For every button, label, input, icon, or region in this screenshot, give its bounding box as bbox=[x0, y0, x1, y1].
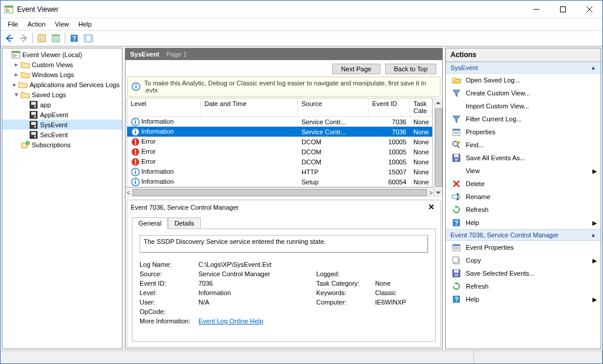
toolbar-help-button[interactable] bbox=[68, 32, 81, 45]
action-label: Import Custom View... bbox=[466, 102, 529, 110]
detail-title: Event 7036, Service Control Manager bbox=[131, 204, 238, 211]
tree-item-appevent[interactable]: AppEvent bbox=[2, 110, 122, 120]
menu-action[interactable]: Action bbox=[23, 19, 51, 29]
event-row[interactable]: InformationSetup60054None bbox=[127, 177, 432, 187]
forward-button[interactable] bbox=[17, 32, 30, 45]
tab-general[interactable]: General bbox=[132, 217, 168, 229]
action-label: View bbox=[466, 167, 480, 174]
action-create-custom-view[interactable]: Create Custom View... bbox=[446, 87, 601, 100]
col-level[interactable]: Level bbox=[127, 98, 201, 116]
val-keywords: Classic bbox=[375, 289, 441, 296]
val-taskcat: None bbox=[375, 280, 441, 287]
action-copy[interactable]: Copy▶ bbox=[446, 254, 601, 267]
grid-header: Level Date and Time Source Event ID Task… bbox=[127, 98, 432, 117]
action-rename[interactable]: Rename bbox=[446, 190, 601, 203]
menu-help[interactable]: Help bbox=[74, 19, 97, 29]
tree-item-app[interactable]: app bbox=[2, 100, 122, 110]
submenu-arrow-icon: ▶ bbox=[592, 220, 597, 226]
event-row[interactable]: InformationService Contr...7036None bbox=[127, 117, 432, 127]
error-icon bbox=[131, 157, 140, 167]
action-find[interactable]: Find... bbox=[446, 138, 601, 151]
tree-item-windows-logs[interactable]: ▸Windows Logs bbox=[2, 70, 122, 80]
actions-section-log[interactable]: SysEvent▲ bbox=[446, 62, 601, 74]
tree-label: Event Viewer (Local) bbox=[22, 51, 82, 58]
event-viewer-window: Event Viewer File Action View Help Event… bbox=[0, 0, 603, 364]
action-filter-current-log[interactable]: Filter Current Log... bbox=[446, 112, 601, 125]
action-save-selected-events[interactable]: Save Selected Events... bbox=[446, 267, 601, 280]
toolbar-sheet-button[interactable] bbox=[35, 32, 48, 45]
tree-item-saved-logs[interactable]: ▾Saved Logs bbox=[2, 90, 122, 100]
minimize-button[interactable] bbox=[523, 1, 549, 18]
event-row[interactable]: ErrorDCOM10005None bbox=[127, 157, 432, 167]
tree-item-subscriptions[interactable]: Subscriptions bbox=[2, 140, 122, 150]
tree-item-custom-views[interactable]: ▸Custom Views bbox=[2, 59, 122, 70]
action-label: Help bbox=[466, 296, 479, 303]
find-icon bbox=[452, 140, 461, 150]
refresh-icon bbox=[452, 282, 461, 291]
action-delete[interactable]: Delete bbox=[446, 177, 601, 190]
subs-icon bbox=[21, 140, 30, 150]
maximize-button[interactable] bbox=[549, 1, 576, 18]
action-help[interactable]: Help▶ bbox=[446, 216, 601, 229]
val-opcode bbox=[198, 308, 441, 315]
tree-item-sysevent[interactable]: SysEvent bbox=[2, 120, 122, 130]
action-refresh[interactable]: Refresh bbox=[446, 280, 601, 293]
error-icon bbox=[131, 147, 140, 157]
action-properties[interactable]: Properties bbox=[446, 125, 601, 138]
event-row[interactable]: InformationHTTP15007None bbox=[127, 167, 432, 177]
event-row[interactable]: ErrorDCOM10005None bbox=[127, 147, 432, 157]
tree-item-applications-and-services-logs[interactable]: ▸Applications and Services Logs bbox=[2, 80, 122, 90]
submenu-arrow-icon: ▶ bbox=[592, 168, 597, 174]
action-import-custom-view[interactable]: Import Custom View... bbox=[446, 100, 601, 112]
col-date-time[interactable]: Date and Time bbox=[201, 98, 298, 116]
action-event-properties[interactable]: Event Properties bbox=[446, 241, 601, 254]
toolbar-panes-button[interactable] bbox=[82, 32, 95, 45]
back-to-top-button[interactable]: Back to Top bbox=[385, 64, 436, 74]
tab-general-panel: The SSDP Discovery Service service enter… bbox=[132, 229, 436, 342]
action-label: Save All Events As... bbox=[466, 154, 525, 161]
action-save-all-events-as[interactable]: Save All Events As... bbox=[446, 151, 601, 164]
lbl-logname: Log Name: bbox=[140, 261, 198, 268]
action-view[interactable]: View▶ bbox=[446, 164, 601, 177]
action-open-saved-log[interactable]: Open Saved Log... bbox=[446, 74, 601, 87]
action-refresh[interactable]: Refresh bbox=[446, 203, 601, 216]
next-page-button[interactable]: Next Page bbox=[332, 64, 380, 74]
back-button[interactable] bbox=[3, 32, 16, 45]
twisty-icon[interactable]: ▸ bbox=[12, 81, 18, 88]
window-title: Event Viewer bbox=[17, 5, 523, 14]
col-source[interactable]: Source bbox=[298, 98, 369, 116]
vertical-scrollbar[interactable]: ⏶⏷ bbox=[434, 98, 442, 197]
tab-details[interactable]: Details bbox=[168, 217, 201, 229]
event-row[interactable]: ErrorDCOM10005None bbox=[127, 137, 432, 147]
menu-view[interactable]: View bbox=[50, 19, 74, 29]
help-icon bbox=[452, 218, 461, 227]
folder-icon bbox=[21, 70, 30, 80]
col-task-category[interactable]: Task Cate bbox=[410, 98, 432, 116]
actions-section-event[interactable]: Event 7036, Service Control Manager▲ bbox=[446, 229, 601, 241]
tree-label: SecEvent bbox=[40, 131, 68, 138]
tree-item-secevent[interactable]: SecEvent bbox=[2, 130, 122, 140]
detail-tabs: General Details bbox=[127, 214, 440, 229]
link-event-log-online-help[interactable]: Event Log Online Help bbox=[198, 317, 263, 325]
action-help[interactable]: Help▶ bbox=[446, 293, 601, 306]
lbl-level: Level: bbox=[140, 289, 198, 296]
filter-icon bbox=[452, 88, 461, 98]
twisty-icon[interactable]: ▸ bbox=[13, 71, 20, 78]
toolbar-sheet2-button[interactable] bbox=[49, 32, 62, 45]
info-text: To make this Analytic, Debug or Classic … bbox=[144, 80, 436, 94]
close-button[interactable] bbox=[576, 1, 602, 18]
menu-file[interactable]: File bbox=[3, 19, 23, 29]
col-event-id[interactable]: Event ID bbox=[369, 98, 410, 116]
lbl-keywords: Keywords: bbox=[316, 289, 375, 296]
detail-close-button[interactable]: ✕ bbox=[426, 203, 437, 211]
open-icon bbox=[452, 75, 461, 85]
action-label: Find... bbox=[466, 141, 484, 148]
event-row[interactable]: InformationService Contr...7036None bbox=[127, 127, 432, 137]
horizontal-scrollbar[interactable]: <> bbox=[125, 187, 434, 197]
tree-root[interactable]: Event Viewer (Local) bbox=[2, 49, 122, 59]
twisty-icon[interactable]: ▸ bbox=[13, 61, 20, 68]
twisty-icon[interactable]: ▾ bbox=[13, 91, 20, 98]
detail-panel: Event 7036, Service Control Manager ✕ Ge… bbox=[127, 200, 441, 348]
lbl-opcode: OpCode: bbox=[140, 308, 198, 315]
toolbar-separator bbox=[32, 33, 33, 44]
